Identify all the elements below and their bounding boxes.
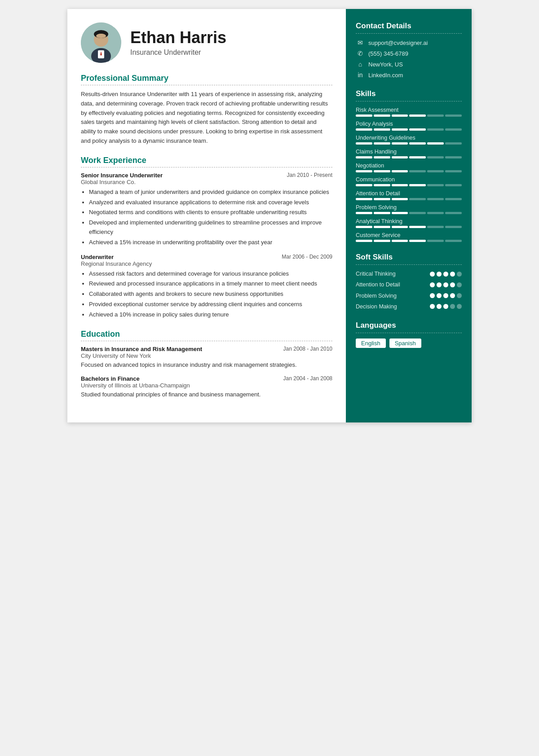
contact-phone: ✆ (555) 345-6789 [356, 50, 462, 57]
soft-skill-name: Critical Thinking [356, 270, 396, 277]
soft-skill-dot [430, 272, 435, 277]
soft-skills-container: Critical Thinking Attention to Detail Pr… [356, 270, 462, 310]
candidate-title: Insurance Underwriter [130, 48, 226, 57]
skill-bar-segment [427, 226, 444, 228]
skill-name: Attention to Detail [356, 190, 462, 197]
skill-name: Underwriting Guidelines [356, 135, 462, 141]
soft-skill-dot [457, 282, 462, 287]
soft-skill-dot [443, 272, 448, 277]
list-item: Negotiated terms and conditions with cli… [89, 208, 332, 217]
soft-skill-dots [430, 293, 462, 298]
soft-skills-title: Soft Skills [356, 253, 462, 262]
soft-skill-dot [450, 293, 455, 298]
education-divider [81, 341, 332, 341]
job-date: Jan 2010 - Present [287, 172, 332, 178]
soft-skill-dot [450, 304, 455, 309]
education-title: Education [81, 330, 332, 339]
skill-name: Policy Analysis [356, 121, 462, 127]
skill-bar-segment [374, 226, 390, 228]
skill-bar-segment [445, 114, 462, 117]
skill-bar-segment [356, 156, 372, 158]
skill-item: Attention to Detail [356, 190, 462, 200]
soft-skill-dot [437, 272, 442, 277]
skill-bar-segment [427, 114, 444, 117]
skill-bar-segment [356, 198, 372, 200]
contact-title: Contact Details [356, 22, 462, 31]
job-item: Senior Insurance Underwriter Jan 2010 - … [81, 172, 332, 247]
contact-location: ⌂ NewYork, US [356, 61, 462, 68]
skill-bar-segment [409, 212, 426, 214]
list-item: Provided exceptional customer service by… [89, 300, 332, 309]
skill-bar [356, 170, 462, 172]
list-item: Collaborated with agents and brokers to … [89, 290, 332, 299]
job-item: Underwriter Mar 2006 - Dec 2009 Regional… [81, 254, 332, 320]
edu-date: Jan 2004 - Jan 2008 [283, 375, 332, 382]
skills-divider [356, 101, 462, 101]
skill-item: Communication [356, 176, 462, 186]
skill-bar-segment [392, 240, 408, 242]
soft-skill-dot [430, 293, 435, 298]
skill-bar-segment [427, 198, 444, 200]
soft-skill-dot [430, 304, 435, 309]
education-section: Education Masters in Insurance and Risk … [81, 330, 332, 399]
skill-bar-segment [356, 184, 372, 186]
skill-bar [356, 198, 462, 200]
skill-item: Customer Service [356, 232, 462, 242]
list-item: Managed a team of junior underwriters an… [89, 188, 332, 197]
header-text: Ethan Harris Insurance Underwriter [130, 29, 226, 57]
phone-icon: ✆ [356, 50, 365, 57]
skill-bar-segment [374, 128, 390, 131]
skill-bar-segment [409, 240, 426, 242]
summary-title: Professional Summary [81, 74, 332, 83]
skill-bar [356, 226, 462, 228]
skill-bar-segment [409, 156, 426, 158]
skill-bar-segment [427, 184, 444, 186]
job-company: Global Insurance Co. [81, 179, 332, 185]
skill-bar-segment [409, 128, 426, 131]
soft-skill-dot [443, 304, 448, 309]
skill-bar-segment [392, 226, 408, 228]
soft-skill-item: Attention to Detail [356, 281, 462, 288]
soft-skill-dots [430, 282, 462, 287]
skill-bar-segment [374, 156, 390, 158]
resume-container: Ethan Harris Insurance Underwriter Profe… [67, 9, 472, 422]
skill-bar-segment [392, 156, 408, 158]
skill-bar-segment [392, 114, 408, 117]
soft-skill-name: Decision Making [356, 303, 397, 310]
skill-bar-segment [374, 184, 390, 186]
skill-bar-segment [409, 142, 426, 145]
skill-item: Risk Assessment [356, 107, 462, 117]
languages-section: Languages EnglishSpanish [356, 321, 462, 348]
skill-name: Communication [356, 176, 462, 183]
list-item: Developed and implemented underwriting g… [89, 218, 332, 237]
edu-header: Masters in Insurance and Risk Management… [81, 346, 332, 352]
soft-skill-dot [443, 282, 448, 287]
list-item: Achieved a 15% increase in underwriting … [89, 238, 332, 247]
soft-skill-dot [457, 272, 462, 277]
soft-skill-dot [450, 272, 455, 277]
edu-school: City University of New York [81, 352, 332, 359]
svg-point-4 [96, 34, 106, 38]
job-bullets: Assessed risk factors and determined cov… [81, 269, 332, 320]
skill-bar-segment [409, 198, 426, 200]
skill-item: Claims Handling [356, 149, 462, 158]
skill-bar-segment [445, 184, 462, 186]
job-header: Underwriter Mar 2006 - Dec 2009 [81, 254, 332, 260]
skill-bar-segment [445, 240, 462, 242]
soft-skill-item: Critical Thinking [356, 270, 462, 277]
work-experience-title: Work Experience [81, 156, 332, 165]
candidate-name: Ethan Harris [130, 29, 226, 47]
skill-bar [356, 184, 462, 186]
left-column: Ethan Harris Insurance Underwriter Profe… [67, 9, 346, 422]
languages-container: EnglishSpanish [356, 338, 462, 348]
job-date: Mar 2006 - Dec 2009 [282, 254, 332, 260]
skill-bar-segment [374, 240, 390, 242]
skills-section: Skills Risk Assessment Policy Analysis U… [356, 89, 462, 242]
skill-bar [356, 128, 462, 131]
skill-bar [356, 142, 462, 145]
skill-name: Risk Assessment [356, 107, 462, 113]
summary-body: Results-driven Insurance Underwriter wit… [81, 90, 332, 146]
skills-container: Risk Assessment Policy Analysis Underwri… [356, 107, 462, 242]
list-item: Analyzed and evaluated insurance applica… [89, 198, 332, 207]
language-tag: English [356, 338, 386, 348]
